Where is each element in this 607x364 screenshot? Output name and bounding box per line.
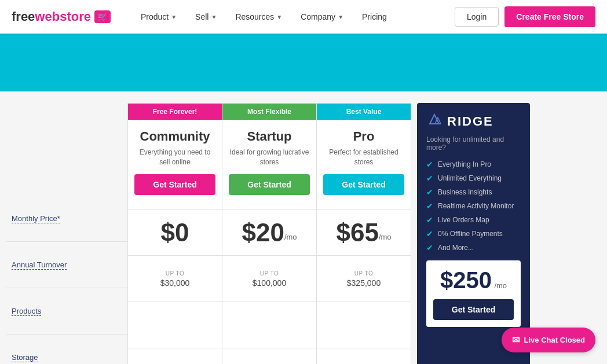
pro-header: Pro Perfect for established stores Get S… xyxy=(317,120,411,209)
nav-pricing-label: Pricing xyxy=(362,12,387,21)
nav-sell-chevron: ▼ xyxy=(211,14,217,20)
startup-name: Startup xyxy=(228,129,310,144)
community-desc: Everything you need to sell online xyxy=(134,148,216,168)
nav-resources-label: Resources xyxy=(235,12,274,21)
community-badge-text: Free Forever! xyxy=(153,108,198,116)
startup-price-main: $20 xyxy=(242,218,284,247)
pro-price: $65 /mo xyxy=(317,209,411,255)
community-products xyxy=(128,302,222,348)
ridge-feature-text-5: Live Orders Map xyxy=(438,216,489,224)
label-products: Products xyxy=(6,288,127,334)
pro-name: Pro xyxy=(323,129,405,144)
startup-annual: UP TO $100,000 xyxy=(222,255,316,302)
ridge-check-icon-1: ✔ xyxy=(426,160,433,169)
pro-price-main: $65 xyxy=(336,218,378,247)
main-content: Monthly Price* Annual Turnover Products … xyxy=(0,91,607,364)
header-actions: Login Create Free Store xyxy=(455,6,595,27)
label-storage: Storage xyxy=(6,334,127,364)
ridge-check-icon-2: ✔ xyxy=(426,174,433,183)
ridge-feature-5: ✔ Live Orders Map xyxy=(426,215,521,225)
ridge-header: RIDGE xyxy=(426,113,521,130)
nav-resources[interactable]: Resources ▼ xyxy=(228,0,289,34)
ridge-feature-text-2: Unlimited Everything xyxy=(438,174,502,182)
community-price-main: $0 xyxy=(161,218,189,247)
svg-marker-0 xyxy=(430,115,439,124)
community-annual-value: $30,000 xyxy=(160,278,190,288)
community-annual: UP TO $30,000 xyxy=(128,255,222,302)
ridge-card: RIDGE Looking for unlimited and more? ✔ … xyxy=(417,103,530,364)
pro-annual: UP TO $325,000 xyxy=(317,255,411,302)
nav-company-label: Company xyxy=(301,12,335,21)
pricing-layout: Monthly Price* Annual Turnover Products … xyxy=(0,103,607,364)
community-header: Community Everything you need to sell on… xyxy=(128,120,222,209)
ridge-feature-7: ✔ And More... xyxy=(426,243,521,252)
ridge-check-icon-7: ✔ xyxy=(426,243,433,252)
pro-price-sub: /mo xyxy=(379,233,392,241)
startup-badge: Most Flexible xyxy=(222,104,316,120)
labels-column: Monthly Price* Annual Turnover Products … xyxy=(6,103,127,364)
pro-get-started-button[interactable]: Get Started xyxy=(323,174,404,195)
ridge-price-sub: /mo xyxy=(494,281,507,290)
monthly-price-label: Monthly Price* xyxy=(12,214,60,223)
nav-product[interactable]: Product ▼ xyxy=(134,0,184,34)
ridge-title: RIDGE xyxy=(447,114,493,129)
nav-company[interactable]: Company ▼ xyxy=(294,0,350,34)
ridge-check-icon-6: ✔ xyxy=(426,229,433,238)
pro-storage: Unlimited xyxy=(317,348,411,364)
ridge-get-started-button[interactable]: Get Started xyxy=(433,299,514,320)
startup-header: Startup Ideal for growing lucrative stor… xyxy=(222,120,316,209)
ridge-price-main: $250 xyxy=(440,267,492,293)
community-annual-up-to: UP TO xyxy=(166,270,185,277)
ridge-feature-text-3: Business Insights xyxy=(438,188,492,196)
plan-pro: Best Value Pro Perfect for established s… xyxy=(317,103,411,364)
login-button[interactable]: Login xyxy=(455,7,499,27)
live-chat-button[interactable]: ✉ Live Chat Closed xyxy=(502,328,595,352)
plan-community: Free Forever! Community Everything you n… xyxy=(127,103,222,364)
header: freewebstore 🛒 Product ▼ Sell ▼ Resource… xyxy=(0,0,607,34)
startup-price-sub: /mo xyxy=(284,233,297,241)
logo-text: freewebstore xyxy=(12,9,91,24)
products-label: Products xyxy=(12,307,41,316)
nav-resources-chevron: ▼ xyxy=(276,14,282,20)
nav-sell-label: Sell xyxy=(195,12,209,21)
ridge-feature-text-7: And More... xyxy=(438,244,474,252)
ridge-check-icon-3: ✔ xyxy=(426,187,433,197)
ridge-feature-text-6: 0% Offline Payments xyxy=(438,230,503,238)
live-chat-label: Live Chat Closed xyxy=(524,336,585,344)
ridge-feature-text-4: Realtime Activity Monitor xyxy=(438,202,514,210)
main-nav: Product ▼ Sell ▼ Resources ▼ Company ▼ P… xyxy=(134,0,455,34)
pro-annual-value: $325,000 xyxy=(347,278,381,288)
chat-icon: ✉ xyxy=(512,334,520,345)
pro-badge-text: Best Value xyxy=(346,108,382,116)
nav-company-chevron: ▼ xyxy=(338,14,343,20)
plan-startup: Most Flexible Startup Ideal for growing … xyxy=(222,103,317,364)
ridge-feature-text-1: Everything In Pro xyxy=(438,160,491,168)
startup-get-started-button[interactable]: Get Started xyxy=(229,174,310,195)
pro-annual-up-to: UP TO xyxy=(354,270,374,277)
logo[interactable]: freewebstore 🛒 xyxy=(12,9,111,24)
nav-pricing[interactable]: Pricing xyxy=(355,0,394,34)
startup-price: $20 /mo xyxy=(222,209,316,255)
ridge-subtitle: Looking for unlimited and more? xyxy=(426,135,521,152)
pro-desc: Perfect for established stores xyxy=(323,148,405,168)
ridge-feature-4: ✔ Realtime Activity Monitor xyxy=(426,201,521,211)
startup-desc: Ideal for growing lucrative stores xyxy=(228,148,310,168)
community-get-started-button[interactable]: Get Started xyxy=(134,174,215,195)
ridge-check-icon-4: ✔ xyxy=(426,201,433,211)
nav-sell[interactable]: Sell ▼ xyxy=(188,0,224,34)
community-badge: Free Forever! xyxy=(128,104,222,120)
create-free-store-button[interactable]: Create Free Store xyxy=(504,6,595,27)
nav-product-label: Product xyxy=(141,12,169,21)
startup-storage: Unlimited xyxy=(222,348,316,364)
label-annual-turnover: Annual Turnover xyxy=(6,242,127,288)
label-monthly-price: Monthly Price* xyxy=(6,196,127,242)
nav-product-chevron: ▼ xyxy=(171,14,177,20)
hero-banner xyxy=(0,34,607,91)
community-storage: Unlimited xyxy=(128,348,222,364)
startup-badge-text: Most Flexible xyxy=(247,108,291,116)
pro-badge: Best Value xyxy=(317,104,411,120)
ridge-check-icon-5: ✔ xyxy=(426,215,433,225)
community-name: Community xyxy=(134,129,216,144)
ridge-feature-1: ✔ Everything In Pro xyxy=(426,160,521,169)
ridge-feature-6: ✔ 0% Offline Payments xyxy=(426,229,521,238)
